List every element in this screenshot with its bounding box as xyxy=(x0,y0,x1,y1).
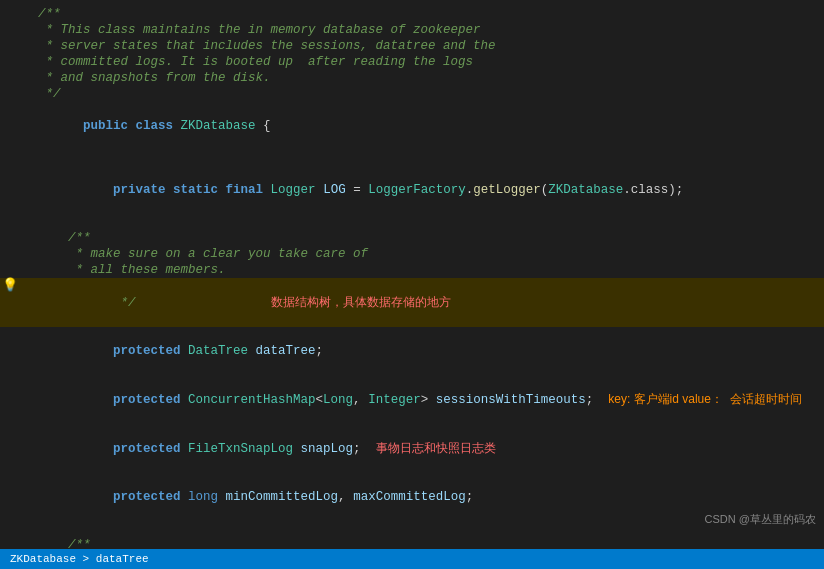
code-line xyxy=(0,214,824,230)
status-bar: ZKDatabase > dataTree xyxy=(0,549,824,569)
code-line: * all these members. xyxy=(0,262,824,278)
code-line: protected ConcurrentHashMap<Long, Intege… xyxy=(0,375,824,424)
code-line: * This class maintains the in memory dat… xyxy=(0,22,824,38)
code-line: /** xyxy=(0,6,824,22)
code-line: /** xyxy=(0,537,824,549)
highlight-line: 💡 */ 数据结构树，具体数据存储的地方 xyxy=(0,278,824,327)
code-line: protected DataTree dataTree; xyxy=(0,327,824,375)
code-line: /** xyxy=(0,230,824,246)
watermark: CSDN @草丛里的码农 xyxy=(705,512,816,527)
code-line: * server states that includes the sessio… xyxy=(0,38,824,54)
lightbulb-icon: 💡 xyxy=(2,278,18,294)
code-line: * and snapshots from the disk. xyxy=(0,70,824,86)
code-line: * make sure on a clear you take care of xyxy=(0,246,824,262)
code-line xyxy=(0,521,824,537)
code-editor: /** * This class maintains the in memory… xyxy=(0,0,824,549)
code-line: public class ZKDatabase { xyxy=(0,102,824,150)
code-line: private static final Logger LOG = Logger… xyxy=(0,166,824,214)
code-line: protected FileTxnSnapLog snapLog; 事物日志和快… xyxy=(0,424,824,473)
code-line: * committed logs. It is booted up after … xyxy=(0,54,824,70)
code-line xyxy=(0,150,824,166)
code-line: */ xyxy=(0,86,824,102)
code-line: protected long minCommittedLog, maxCommi… xyxy=(0,473,824,521)
breadcrumb: ZKDatabase > dataTree xyxy=(10,553,149,565)
